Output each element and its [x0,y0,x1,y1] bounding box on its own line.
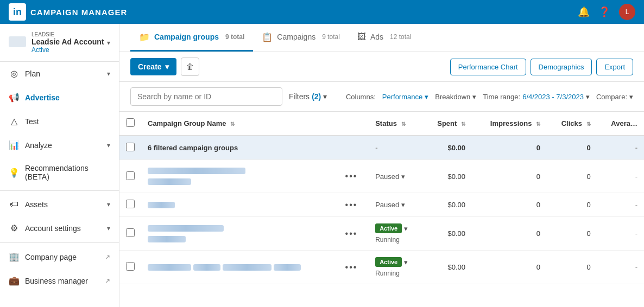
row3-name-cell [141,217,339,251]
toolbar-left: Create ▾ 🗑 [130,57,199,76]
filters-button[interactable]: Filters (2) ▾ [289,92,327,101]
row3-status-cell: Active ▾ Running [369,217,423,251]
columns-select[interactable]: Performance ▾ [382,93,428,101]
row4-checkbox[interactable] [126,262,135,271]
row3-status-chevron[interactable]: ▾ [404,225,408,233]
sidebar-item-label: Test [25,117,110,126]
header-actions [339,112,369,136]
assets-icon: 🏷 [9,200,20,209]
summary-checkbox[interactable] [126,143,135,151]
row3-impressions-cell: 0 [472,217,547,251]
export-button[interactable]: Export [596,59,633,75]
header-checkbox-col [119,112,141,136]
header-spent[interactable]: Spent ⇅ [423,112,472,136]
avatar[interactable]: L [619,4,635,20]
row1-name-blur-2 [148,178,191,185]
columns-label: Columns: [346,93,376,101]
account-label: leadsie [31,31,104,37]
sidebar-item-advertise[interactable]: 📢 Advertise [0,86,119,110]
spent-sort-icon: ⇅ [461,121,465,127]
app-title: CAMPAIGN MANAGER [30,8,127,17]
create-button[interactable]: Create ▾ [130,58,176,75]
sidebar-item-business-manager[interactable]: 💼 Business manager ↗ [0,269,119,293]
header-name[interactable]: Campaign Group Name ⇅ [141,112,339,136]
header-average[interactable]: Avera… [597,112,644,136]
row2-checkbox[interactable] [126,200,135,208]
search-input[interactable] [130,87,282,106]
account-header[interactable]: leadsie Leadsie Ad Account Active ▾ [0,24,119,62]
delete-button[interactable]: 🗑 [181,57,199,76]
breakdown-button[interactable]: Breakdown ▾ [435,93,476,101]
plan-icon: ◎ [9,68,20,79]
name-sort-icon: ⇅ [230,121,235,127]
sidebar-item-label: Company page [25,253,99,261]
row3-checkbox[interactable] [126,228,135,237]
header-status[interactable]: Status ⇅ [369,112,423,136]
campaign-groups-table: Campaign Group Name ⇅ Status ⇅ Spent ⇅ [119,112,644,284]
row2-more-button[interactable]: ••• [345,200,358,209]
sidebar-item-analyze[interactable]: 📊 Analyze ▾ [0,133,119,157]
ads-tab-label: Ads [370,33,383,41]
external-link-icon: ↗ [105,253,110,261]
demographics-button[interactable]: Demographics [531,59,592,75]
row4-status-chevron[interactable]: ▾ [404,258,408,266]
row2-impressions-cell: 0 [472,193,547,217]
ads-tab-icon: 🖼 [357,32,366,42]
table-row: ••• Active ▾ Running [119,251,644,284]
row4-average: - [635,263,637,271]
row1-checkbox[interactable] [126,171,135,180]
sidebar-item-recommendations[interactable]: 💡 Recommendations (BETA) [0,157,119,188]
tab-campaign-groups[interactable]: 📁 Campaign groups 9 total [130,24,253,52]
row1-clicks-cell: 0 [547,160,597,193]
row3-status-running: Running [375,236,416,244]
header-clicks[interactable]: Clicks ⇅ [547,112,597,136]
header-clicks-label: Clicks [561,119,582,127]
compare-button[interactable]: Compare: ▾ [596,93,633,101]
sidebar-item-assets[interactable]: 🏷 Assets ▾ [0,193,119,216]
create-chevron-icon: ▾ [165,62,169,71]
row2-clicks: 0 [586,201,590,209]
main-layout: leadsie Leadsie Ad Account Active ▾ ◎ Pl… [0,24,644,307]
sidebar-item-label: Analyze [25,141,102,150]
performance-chart-button[interactable]: Performance Chart [450,59,526,75]
time-range-button[interactable]: Time range: 6/4/2023 - 7/3/2023 ▾ [483,93,590,101]
row1-clicks: 0 [586,172,590,181]
tab-campaigns[interactable]: 📋 Campaigns 9 total [253,24,349,52]
sidebar-divider-1 [0,190,119,191]
advertise-icon: 📢 [9,92,20,103]
create-label: Create [138,62,162,71]
sidebar-item-company-page[interactable]: 🏢 Company page ↗ [0,245,119,269]
row3-active-badge: Active [375,223,402,233]
row4-name-cell [141,251,339,284]
row1-status-chevron[interactable]: ▾ [401,172,405,181]
ads-count: 12 total [390,33,411,41]
compare-label: Compare: [596,93,627,101]
business-manager-icon: 💼 [9,276,20,286]
row4-active-badge: Active [375,257,402,267]
table-row: ••• Paused ▾ $0.00 0 [119,160,644,193]
sidebar-item-test[interactable]: △ Test [0,110,119,133]
row1-more-button[interactable]: ••• [345,171,358,181]
header-impressions[interactable]: Impressions ⇅ [472,112,547,136]
header-spent-label: Spent [437,119,457,127]
notification-icon[interactable]: 🔔 [578,6,590,18]
summary-status-cell: - [369,136,423,160]
help-icon[interactable]: ❓ [598,6,610,18]
select-all-checkbox[interactable] [126,118,135,127]
row4-more-button[interactable]: ••• [345,263,358,272]
row2-status-chevron[interactable]: ▾ [401,201,405,209]
test-icon: △ [9,116,20,126]
impressions-sort-icon: ⇅ [536,121,540,127]
sidebar-item-account-settings[interactable]: ⚙ Account settings ▾ [0,216,119,240]
summary-average-cell: - [597,136,644,160]
row1-status-cell: Paused ▾ [369,160,423,193]
account-status: Active [31,46,104,54]
sidebar-item-plan[interactable]: ◎ Plan ▾ [0,62,119,86]
row3-spent-cell: $0.00 [423,217,472,251]
row3-more-button[interactable]: ••• [345,229,358,238]
linkedin-logo: in [9,3,26,21]
tab-ads[interactable]: 🖼 Ads 12 total [349,24,420,52]
external-link-icon-2: ↗ [105,277,110,285]
row2-status-label: Paused [375,201,399,209]
row4-actions-cell: ••• [339,251,369,284]
